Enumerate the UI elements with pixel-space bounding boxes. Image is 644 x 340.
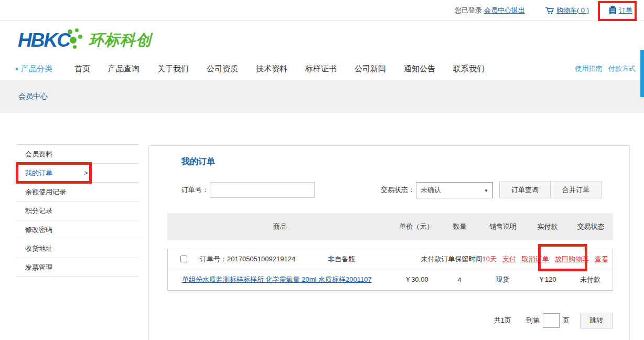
payment-method-link[interactable]: 付款方式	[608, 65, 636, 72]
product-quantity: 4	[440, 276, 479, 284]
site-header: HBKC 环标科创	[0, 22, 644, 58]
orders-link[interactable]: 订单	[619, 6, 632, 15]
cart-link-group[interactable]: 购物车( 0 )	[545, 6, 589, 15]
table-header-row: 商品 单价（元） 数量 销售说明 实付款 交易状态	[167, 213, 613, 240]
goto-page-suffix: 页	[563, 316, 570, 325]
nav-item-about-us[interactable]: 关于我们	[157, 64, 189, 74]
page: 您已登录 会员中心 退出 购物车( 0 ) 订单 HBKC 环标科创 产品分	[0, 0, 644, 340]
main-nav: 产品分类 首页 产品查询 关于我们 公司资质 技术资料 标样证书 公司新闻 通知…	[0, 58, 644, 80]
breadcrumb-band: 会员中心	[0, 80, 644, 113]
product-status: 未付款	[568, 275, 613, 284]
page-title: 我的订单	[181, 156, 215, 167]
logo-molecule-icon	[67, 28, 84, 52]
cart-icon	[545, 6, 554, 15]
sidebar-item-member-profile[interactable]: 会员资料	[16, 144, 139, 163]
order-filter-bar: 订单号： 交易状态： 未确认 ▼ 订单查询 合并订单	[181, 182, 602, 198]
total-pages-text: 共1页	[494, 316, 511, 325]
chevron-right-icon: >	[84, 164, 88, 183]
orders-icon	[609, 6, 617, 15]
sidebar-item-invoice-management[interactable]: 发票管理	[16, 258, 139, 277]
return-to-cart-link[interactable]: 放回购物车	[555, 254, 589, 264]
product-link[interactable]: 单组份水质监测标样标样所 化学需氧量 20ml 水质标样2001107	[182, 275, 372, 283]
sidebar-item-points-history[interactable]: 积分记录	[16, 201, 139, 220]
product-paid: ￥120	[526, 275, 568, 284]
bullet-icon	[16, 68, 18, 70]
nav-item-company-news[interactable]: 公司新闻	[355, 64, 386, 74]
product-row: 单组份水质监测标样标样所 化学需氧量 20ml 水质标样2001107 ￥30.…	[168, 269, 613, 290]
nav-item-announcements[interactable]: 通知公告	[404, 64, 435, 74]
retention-text: 未付款订单保留时间	[421, 254, 482, 264]
order-actions: 未付款订单保留时间 10天 支付 取消订单 放回购物车 查看	[421, 254, 613, 264]
sidebar-item-my-orders[interactable]: 我的订单 >	[16, 163, 139, 182]
nav-item-qualifications[interactable]: 公司资质	[207, 64, 238, 74]
sidebar-item-shipping-address[interactable]: 收货地址	[16, 239, 139, 258]
nav-items: 首页 产品查询 关于我们 公司资质 技术资料 标样证书 公司新闻 通知公告 联系…	[74, 64, 502, 74]
order-no-input[interactable]	[210, 182, 315, 198]
cancel-order-link[interactable]: 取消订单	[522, 254, 549, 264]
jump-button[interactable]: 跳转	[580, 313, 613, 328]
order-checkbox[interactable]	[180, 256, 187, 262]
pagination: 共1页 到第 页 跳转	[494, 313, 613, 328]
pay-link[interactable]: 支付	[502, 254, 516, 264]
bottle-note-text: 非自备瓶	[328, 254, 355, 264]
topbar: 您已登录 会员中心 退出 购物车( 0 ) 订单	[0, 0, 644, 21]
col-header-status: 交易状态	[568, 222, 613, 231]
orders-link-group[interactable]: 订单	[609, 6, 632, 15]
status-label: 交易状态：	[381, 185, 415, 195]
logo[interactable]: HBKC 环标科创	[18, 28, 152, 53]
col-header-paid: 实付款	[527, 222, 568, 231]
product-sale-note: 现货	[479, 275, 527, 284]
order-no-label: 订单号：	[181, 185, 209, 195]
product-name-cell: 单组份水质监测标样标样所 化学需氧量 20ml 水质标样2001107	[168, 275, 393, 284]
member-center-link[interactable]: 会员中心	[484, 6, 511, 15]
retention-days: 10天	[482, 254, 497, 264]
breadcrumb: 会员中心	[18, 92, 48, 101]
col-header-sale-note: 销售说明	[479, 222, 527, 231]
nav-item-contact-us[interactable]: 联系我们	[453, 64, 485, 74]
sidebar-item-balance-history[interactable]: 余额使用记录	[16, 182, 139, 201]
login-status-text: 您已登录	[455, 6, 482, 15]
col-header-unit-price: 单价（元）	[393, 222, 440, 231]
sidebar: 会员资料 我的订单 > 余额使用记录 积分记录 修改密码 收货地址 发票管理	[16, 144, 139, 277]
nav-product-category[interactable]: 产品分类	[16, 64, 74, 74]
order-summary-row: 订单号：201705051009219124 非自备瓶 未付款订单保留时间 10…	[168, 249, 613, 269]
nav-item-technical-docs[interactable]: 技术资料	[256, 64, 287, 74]
status-select[interactable]: 未确认 ▼	[416, 182, 493, 198]
my-orders-panel: 我的订单 订单号： 交易状态： 未确认 ▼ 订单查询 合并订单 商品 单价（元）…	[148, 145, 630, 340]
logout-link[interactable]: 退出	[511, 6, 525, 15]
nav-right-links: 使用指南 付款方式	[571, 64, 636, 73]
col-header-quantity: 数量	[440, 222, 479, 231]
login-status-group: 您已登录 会员中心 退出	[455, 6, 525, 15]
view-link[interactable]: 查看	[595, 254, 608, 264]
nav-category-label: 产品分类	[21, 64, 52, 74]
user-guide-link[interactable]: 使用指南	[575, 65, 602, 72]
col-header-product: 商品	[167, 222, 393, 231]
merge-orders-button[interactable]: 合并订单	[550, 182, 602, 198]
logo-abbr-text: HBKC	[18, 29, 70, 52]
product-unit-price: ￥30.00	[393, 275, 440, 284]
status-select-value: 未确认	[421, 185, 441, 195]
sidebar-item-change-password[interactable]: 修改密码	[16, 220, 139, 239]
chevron-down-icon: ▼	[484, 188, 488, 193]
order-number-text: 订单号：201705051009219124	[200, 254, 295, 264]
table-body: 订单号：201705051009219124 非自备瓶 未付款订单保留时间 10…	[167, 249, 613, 291]
goto-page-input[interactable]	[543, 313, 560, 328]
nav-item-product-search[interactable]: 产品查询	[108, 64, 139, 74]
orders-table: 商品 单价（元） 数量 销售说明 实付款 交易状态 订单号：2017050510…	[167, 213, 613, 291]
goto-page-prefix: 到第	[526, 316, 540, 325]
logo-name-text: 环标科创	[89, 30, 152, 51]
order-search-button[interactable]: 订单查询	[499, 182, 551, 198]
cart-link[interactable]: 购物车( 0 )	[556, 6, 589, 15]
nav-item-home[interactable]: 首页	[74, 64, 90, 74]
scrollbar-thumb[interactable]	[640, 50, 644, 97]
nav-item-certificates[interactable]: 标样证书	[305, 64, 337, 74]
